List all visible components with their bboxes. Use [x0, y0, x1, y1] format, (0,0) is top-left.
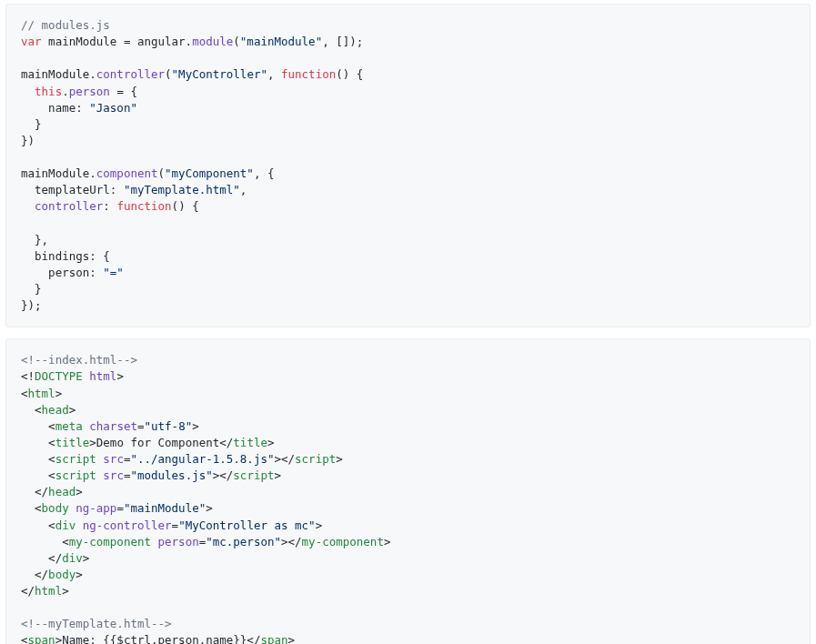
- code-line: }: [21, 117, 42, 131]
- code-line: this.person = {: [21, 85, 137, 98]
- code-line: <span>Name: {{$ctrl.person.name}}</span>: [21, 633, 295, 644]
- code-line: <!--index.html-->: [21, 353, 137, 367]
- code-line: </body>: [21, 568, 83, 581]
- code-line: person: "=": [21, 266, 124, 279]
- code-line: });: [21, 298, 42, 312]
- code-block-js: // modules.js var mainModule = angular.m…: [5, 4, 811, 327]
- code-line: <my-component person="mc.person"></my-co…: [21, 535, 390, 548]
- code-line: </html>: [21, 584, 69, 598]
- code-line: <title>Demo for Component</title>: [21, 436, 275, 449]
- code-line: <script src="modules.js"></script>: [21, 468, 281, 482]
- code-line: </head>: [21, 485, 83, 498]
- code-line: </div>: [21, 551, 89, 565]
- code-line: },: [21, 233, 48, 247]
- code-line: var mainModule = angular.module("mainMod…: [21, 35, 363, 48]
- code-line: bindings: {: [21, 249, 110, 263]
- code-line: <script src="../angular-1.5.8.js"></scri…: [21, 452, 343, 466]
- code-line: <html>: [21, 387, 62, 400]
- code-line: // modules.js: [21, 18, 110, 32]
- code-block-html: <!--index.html--> <!DOCTYPE html> <html>…: [5, 338, 811, 644]
- code-line: name: "Jason": [21, 101, 137, 115]
- code-line: <div ng-controller="MyController as mc">: [21, 518, 322, 532]
- code-line: }): [21, 134, 35, 147]
- code-line: mainModule.controller("MyController", fu…: [21, 67, 363, 81]
- code-line: <!--myTemplate.html-->: [21, 617, 172, 630]
- code-line: <!DOCTYPE html>: [21, 369, 124, 383]
- code-line: controller: function() {: [21, 199, 199, 213]
- code-line: <body ng-app="mainModule">: [21, 501, 213, 515]
- code-line: templateUrl: "myTemplate.html",: [21, 183, 247, 196]
- code-line: <head>: [21, 403, 76, 417]
- code-line: mainModule.component("myComponent", {: [21, 166, 274, 180]
- code-line: }: [21, 282, 42, 296]
- code-line: <meta charset="utf-8">: [21, 419, 199, 433]
